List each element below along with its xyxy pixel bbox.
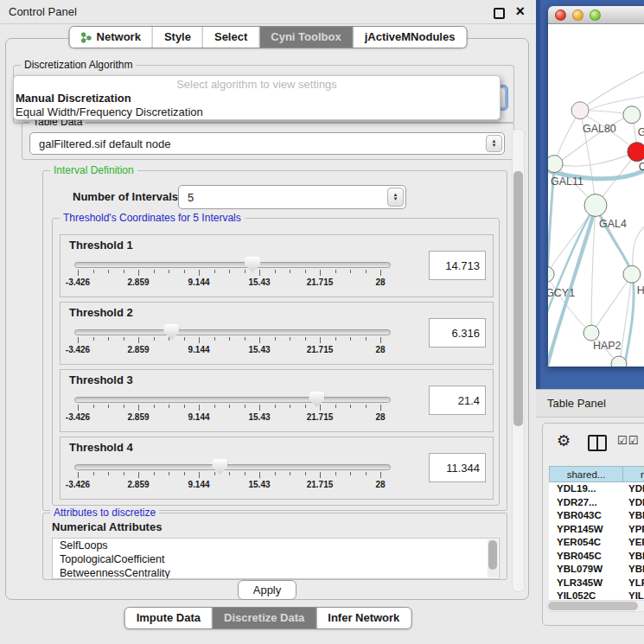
slider-thumb[interactable] (309, 392, 324, 407)
network-desktop-area: GAL80GACGAL11GAL4GCY1HHAP2 (536, 0, 644, 389)
attribute-betweennesscentrality[interactable]: BetweennessCentrality (53, 566, 499, 579)
spinner-stepper-icon[interactable]: ▲ ▼ (387, 188, 404, 207)
tick-mark (124, 472, 124, 475)
select-checkboxes-icon[interactable]: ☑☑ (617, 434, 639, 447)
network-canvas[interactable]: GAL80GACGAL11GAL4GCY1HHAP2 (548, 24, 644, 367)
tick-mark (229, 405, 230, 408)
network-node-gal80[interactable] (571, 102, 589, 119)
threshold-3-value-field[interactable]: 21.4 (429, 386, 486, 415)
tick-mark (154, 270, 155, 273)
network-node-hap2[interactable] (583, 325, 599, 341)
algorithm-placeholder-option[interactable]: Select algorithm to view settings (14, 78, 500, 92)
tick-mark (275, 337, 276, 341)
close-icon[interactable]: × (515, 3, 525, 21)
table-toolbar: ⚙ ☑☑ (543, 429, 644, 458)
tick-mark (108, 472, 109, 475)
tick-mark (350, 405, 351, 408)
threshold-4-value-field[interactable]: 11.344 (429, 453, 486, 482)
table-data-combobox[interactable]: galFiltered.sif default node ▲ ▼ (29, 132, 505, 155)
tick-mark (199, 270, 200, 276)
tab-cyni-toolbox[interactable]: Cyni Toolbox (259, 27, 353, 48)
node-label: HAP2 (593, 340, 622, 352)
threshold-3-slider[interactable]: -3.4262.8599.14415.4321.71528 (73, 391, 401, 429)
threshold-2-slider[interactable]: -3.4262.8599.14415.4321.71528 (73, 323, 401, 361)
attributes-list-scrollbar[interactable] (488, 539, 498, 577)
close-traffic-light-icon[interactable] (555, 10, 566, 21)
table-row[interactable]: YER054CYER0 (549, 536, 644, 550)
tick-label: 9.144 (173, 277, 225, 287)
network-view-window[interactable]: GAL80GACGAL11GAL4GCY1HHAP2 (548, 6, 644, 367)
slider-track (74, 262, 391, 268)
network-node-h[interactable] (623, 265, 641, 283)
scrollbar-thumb[interactable] (548, 602, 638, 610)
tick-label: 2.859 (112, 277, 164, 287)
tick-mark (366, 270, 367, 273)
slider-thumb[interactable] (245, 257, 260, 272)
table-data-group: Table Data galFiltered.sif default node … (22, 122, 514, 160)
tick-mark (78, 405, 79, 411)
tick-mark (335, 472, 336, 475)
network-node-gcy1[interactable] (548, 266, 554, 282)
tab-style[interactable]: Style (153, 27, 203, 48)
node-label: H (637, 284, 644, 296)
apply-button[interactable]: Apply (238, 580, 296, 600)
settings-gear-icon[interactable]: ⚙ (557, 431, 571, 450)
network-node-ga[interactable] (623, 106, 641, 124)
control-panel-titlebar: Control Panel × (0, 0, 536, 24)
network-node-gal4[interactable] (584, 194, 607, 217)
algorithm-option-equal-width-frequency-discretization[interactable]: Equal Width/Frequency Discretization (14, 105, 500, 119)
threshold-1-value-field[interactable]: 14.713 (429, 251, 486, 280)
numerical-attributes-list[interactable]: SelfLoopsTopologicalCoefficientBetweenne… (52, 538, 500, 579)
tick-mark (184, 337, 185, 341)
column-header-na[interactable]: na (623, 466, 644, 482)
column-header-shared[interactable]: shared... (549, 466, 623, 482)
table-row[interactable]: YBR043CYBR0 (549, 509, 644, 523)
tick-mark (245, 405, 245, 408)
slider-track (74, 464, 391, 470)
tick-mark (335, 337, 336, 341)
table-row[interactable]: YDL19...YDL1 (549, 482, 644, 496)
interval-definition-group: Interval Definition Number of Intervals … (42, 170, 507, 511)
combo-stepper-icon[interactable]: ▲ ▼ (486, 135, 502, 152)
attribute-selfloops[interactable]: SelfLoops (53, 539, 499, 552)
table-row[interactable]: YBR045CYBR0 (549, 550, 644, 564)
table-horizontal-scrollbar[interactable] (546, 600, 644, 612)
number-of-intervals-spinner[interactable]: 5 ▲ ▼ (178, 185, 406, 209)
tick-mark (138, 405, 139, 411)
float-window-icon[interactable] (494, 8, 505, 19)
tab-impute-data[interactable]: Impute Data (125, 608, 213, 628)
table-row[interactable]: YBL079WYBL0 (549, 563, 644, 577)
tick-mark (350, 472, 351, 475)
tick-mark (259, 405, 260, 411)
checkbox-icon: ☑ (617, 434, 628, 447)
tick-mark (335, 405, 336, 408)
tab-jactivemnodules[interactable]: jActiveMNodules (354, 27, 467, 48)
threshold-1-slider[interactable]: -3.4262.8599.14415.4321.71528 (73, 256, 401, 294)
tab-infer-network[interactable]: Infer Network (316, 608, 411, 628)
table-cell: YER054C (549, 536, 622, 550)
attribute-topologicalcoefficient[interactable]: TopologicalCoefficient (53, 552, 499, 566)
threshold-2-value-field[interactable]: 6.316 (429, 318, 486, 348)
table-row[interactable]: YDR27...YDR2 (549, 496, 644, 510)
slider-thumb[interactable] (163, 324, 179, 340)
tick-mark (366, 405, 367, 408)
tick-mark (290, 405, 290, 408)
network-node-c[interactable] (628, 143, 644, 162)
tab-select[interactable]: Select (203, 27, 259, 48)
scrollbar-thumb[interactable] (488, 540, 497, 570)
table-row[interactable]: YLR345WYLR3 (549, 577, 644, 590)
arrow-down-icon: ▼ (393, 197, 399, 201)
tab-network[interactable]: Network (70, 27, 153, 48)
network-node-gal11[interactable] (548, 156, 563, 173)
tab-discretize-data[interactable]: Discretize Data (213, 608, 316, 628)
threshold-4-slider[interactable]: -3.4262.8599.14415.4321.71528 (73, 458, 401, 496)
control-panel-scrollbar[interactable] (512, 129, 525, 592)
scrollbar-thumb[interactable] (513, 171, 523, 426)
threshold-value: 21.4 (458, 394, 480, 407)
zoom-traffic-light-icon[interactable] (590, 10, 601, 21)
slider-track (74, 397, 391, 403)
minimize-traffic-light-icon[interactable] (572, 10, 583, 21)
table-row[interactable]: YPR145WYPR1 (549, 523, 644, 537)
column-split-icon[interactable] (588, 435, 607, 451)
algorithm-option-manual-discretization[interactable]: Manual Discretization (14, 92, 500, 105)
